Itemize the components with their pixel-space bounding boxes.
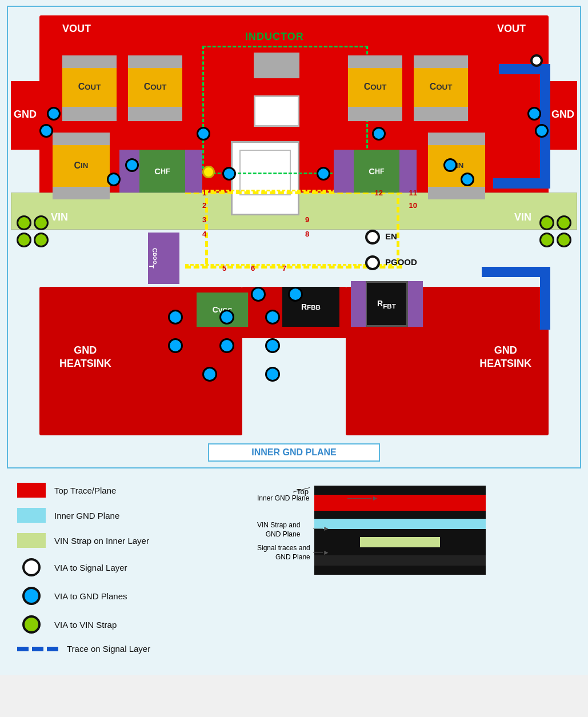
cs-label-signal: Signal traces andGND Plane — [257, 544, 310, 562]
swatch-via-vin — [17, 615, 46, 634]
cin-l-cap-top — [53, 133, 110, 145]
via-pgood — [365, 255, 380, 270]
via-cyan-b5 — [219, 338, 234, 353]
blue-trace-r-h-mid — [493, 178, 550, 189]
layer-stack: Top — [314, 486, 486, 575]
via-cyan-mid2 — [372, 127, 386, 141]
layer-black-top — [314, 486, 486, 495]
cout-tr1: COUT — [348, 67, 402, 107]
legend-label-via-signal: VIA to Signal Layer — [54, 563, 127, 572]
via-cyan-mid1 — [197, 127, 210, 141]
cs-label-vin-strap: VIN Strap andGND Plane — [257, 521, 300, 539]
cs-arrow-inner: ─────► — [347, 494, 378, 502]
chf-r-cap2 — [399, 150, 417, 193]
cin-r-cap — [428, 187, 485, 199]
swatch-red-rect — [17, 483, 46, 498]
via-green-l4 — [34, 233, 49, 247]
pin-12: 12 — [375, 189, 383, 197]
cout-tl2-cap-top — [128, 55, 182, 68]
via-cyan-b2 — [219, 310, 234, 325]
legend-inner-gnd: Inner GND Plane — [17, 508, 234, 523]
pin-1: 1 — [202, 189, 206, 197]
via-green-l1 — [17, 215, 31, 230]
dash1 — [17, 647, 29, 651]
pin-10: 10 — [409, 201, 417, 210]
blue-trace-r-h-top — [499, 64, 550, 74]
layer-b2 — [314, 529, 486, 537]
via-green-r2 — [539, 215, 554, 230]
inductor-label: INDUCTOR — [245, 31, 304, 43]
legend-label-vin-strap: VIN Strap on Inner Layer — [54, 536, 149, 546]
via-cyan-tl1 — [47, 107, 61, 121]
gnd-heatsink-l: GNDHEATSINK — [59, 344, 111, 371]
pin-4: 4 — [202, 230, 206, 238]
gnd-label-r: GND — [551, 109, 574, 121]
pin-9: 9 — [305, 215, 309, 224]
cin-l-cap — [53, 187, 110, 199]
via-cyan-tl4 — [107, 173, 121, 186]
via-cyan-tr1 — [527, 107, 541, 121]
swatch-trace-signal — [17, 647, 58, 651]
via-cyan-tl3 — [125, 158, 139, 172]
via-cyan-b1 — [168, 310, 183, 325]
swatch-green-rect — [17, 533, 46, 548]
cs-arrow-sig: ──► — [313, 548, 330, 556]
via-green-r1 — [557, 215, 571, 230]
cout-tl1: COUT — [62, 67, 117, 107]
legend-label-inner-gnd: Inner GND Plane — [54, 511, 119, 520]
cout-tl2: COUT — [128, 67, 182, 107]
via-cyan-b6 — [265, 338, 280, 353]
cout-tl1-cap — [62, 107, 117, 121]
legend-via-vin: VIA to VIN Strap — [17, 615, 234, 634]
layer-b1 — [314, 511, 486, 519]
legend-label-top-trace: Top Trace/Plane — [54, 486, 116, 495]
swatch-via-gnd — [17, 587, 46, 605]
pin-5: 5 — [222, 264, 226, 273]
via-green-l2 — [34, 215, 49, 230]
legend-vin-strap: VIN Strap on Inner Layer — [17, 533, 234, 548]
yellow-trace-vr — [397, 190, 399, 264]
vin-label-l: VIN — [51, 211, 68, 223]
layer-black-bot — [314, 566, 486, 575]
layer-vin-green — [360, 537, 440, 547]
via-cyan-tr3 — [443, 158, 457, 172]
legend-via-gnd: VIA to GND Planes — [17, 587, 234, 605]
via-cyan-c1 — [222, 167, 236, 181]
cross-section-area: Top — [257, 486, 571, 664]
rfbt-label: RFBT — [377, 299, 396, 310]
pin-2: 2 — [202, 201, 206, 210]
cout-tr2: COUT — [414, 67, 468, 107]
via-cyan-tl2 — [39, 124, 53, 138]
pin-6: 6 — [251, 264, 255, 273]
pin-7: 7 — [282, 264, 286, 273]
cout-tr1-cap — [348, 107, 402, 121]
via-cyan-tr2 — [535, 124, 549, 138]
via-tr-top — [530, 54, 543, 67]
swatch-via-cyan-circle — [22, 587, 41, 605]
chf-l-cap2 — [185, 150, 202, 193]
pgood-label: PGOOD — [385, 257, 417, 267]
swatch-via-white-circle — [22, 558, 41, 576]
via-cyan-tr4 — [461, 173, 474, 186]
swatch-top-trace — [17, 483, 46, 498]
legend-trace-signal: Trace on Signal Layer — [17, 644, 234, 654]
rfbt-cap-l — [351, 281, 366, 327]
via-green-l3 — [17, 233, 31, 247]
swatch-cyan-rect — [17, 508, 46, 523]
layer-cyan-gnd — [314, 519, 486, 529]
legend-via-signal: VIA to Signal Layer — [17, 558, 234, 576]
swatch-blue-dashes — [17, 647, 58, 651]
via-cyan-b7 — [202, 367, 217, 382]
pin-3: 3 — [202, 215, 206, 224]
cs-label-inner-gnd: Inner GND Plane — [257, 494, 309, 503]
via-yellow — [202, 166, 215, 178]
legend-area: Top Trace/Plane Inner GND Plane VIN Stra… — [6, 477, 582, 670]
vout-label-tl: VOUT — [62, 23, 91, 35]
via-cyan-b4 — [168, 338, 183, 353]
cs-arrow-vin: ──► — [313, 524, 330, 532]
legend-top-trace: Top Trace/Plane — [17, 483, 234, 498]
cboot: CBOOT — [148, 233, 179, 284]
vout-label-tr: VOUT — [497, 23, 526, 35]
via-cyan-c2 — [317, 167, 330, 181]
main-container: VOUT VOUT GND GND VIN VIN GNDHEATSINK GN… — [0, 0, 588, 675]
